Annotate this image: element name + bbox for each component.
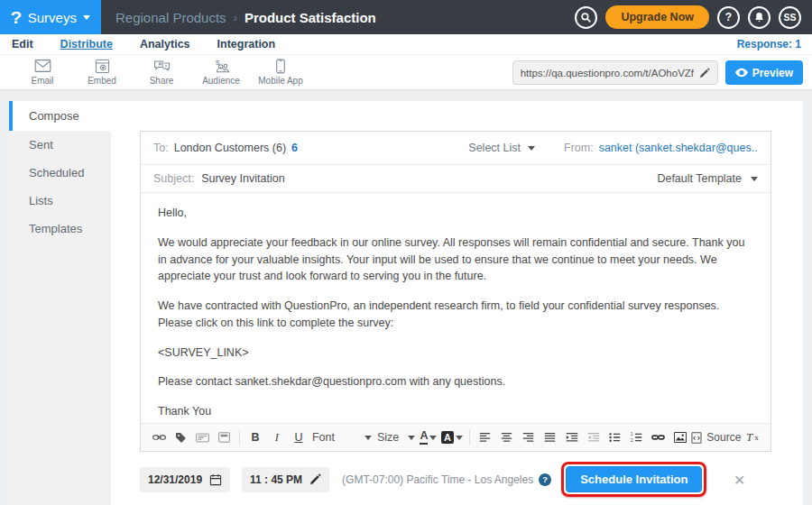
email-body-editor[interactable]: Hello, We would appreciate your feedback… — [141, 193, 770, 445]
merge-field-icon — [196, 433, 209, 443]
hyperlink-button[interactable] — [648, 427, 669, 448]
distribute-panel: Compose Sent Scheduled Lists Templates T… — [9, 101, 803, 505]
close-icon[interactable]: × — [734, 470, 744, 489]
size-dropdown[interactable]: Size — [374, 427, 418, 448]
schedule-time-field[interactable]: 11 : 45 PM — [242, 467, 329, 492]
insert-tag-button[interactable] — [170, 427, 191, 448]
remove-format-button[interactable]: Tx — [742, 427, 763, 448]
timezone-label: (GMT-07:00) Pacific Time - Los Angeles — [342, 473, 533, 486]
indent-increase-button[interactable] — [561, 427, 583, 448]
channel-label: Mobile App — [251, 76, 310, 86]
insert-link-button[interactable] — [148, 427, 170, 448]
body-paragraph: <SURVEY_LINK> — [158, 344, 753, 362]
help-button[interactable]: ? — [717, 6, 740, 29]
tab-edit[interactable]: Edit — [12, 38, 33, 50]
align-right-icon — [522, 432, 534, 443]
search-button[interactable] — [575, 6, 597, 29]
align-center-button[interactable] — [496, 427, 518, 448]
italic-button[interactable]: I — [266, 427, 288, 448]
formatting-toolbar: B I U Font Size A A — [141, 423, 770, 451]
tab-distribute[interactable]: Distribute — [60, 38, 113, 50]
timezone-help-icon[interactable]: ? — [539, 473, 551, 486]
to-count[interactable]: 6 — [291, 142, 298, 154]
email-icon — [13, 59, 72, 74]
numbered-list-button[interactable]: 12 — [626, 427, 648, 448]
font-label: Font — [312, 431, 335, 444]
channel-embed[interactable]: Embed — [72, 59, 132, 86]
to-value[interactable]: London Customers (6) — [174, 142, 286, 154]
indent-decrease-icon — [587, 432, 600, 443]
breadcrumb-parent[interactable]: Regional Products — [115, 10, 226, 25]
remove-format-x: x — [754, 433, 759, 442]
image-icon — [674, 432, 687, 443]
breadcrumb: Regional Products › Product Satisfaction — [115, 10, 376, 25]
audience-icon: $ — [191, 59, 251, 74]
bold-button[interactable]: B — [245, 427, 266, 448]
insert-image-button[interactable] — [669, 427, 691, 448]
channel-share[interactable]: Share — [132, 59, 191, 86]
schedule-invitation-button[interactable]: Schedule Invitation — [566, 466, 702, 492]
product-switcher[interactable]: ? Surveys — [0, 0, 101, 34]
annotation-highlight-ring: Schedule Invitation — [561, 462, 706, 497]
body-paragraph: Please contact sanket.shekdar@questionpr… — [158, 373, 753, 390]
sidebar-item-sent[interactable]: Sent — [9, 131, 111, 159]
source-label: Source — [706, 431, 741, 444]
tab-integration[interactable]: Integration — [217, 38, 276, 50]
edit-url-pencil-icon[interactable] — [699, 68, 710, 78]
source-button[interactable]: Source — [691, 427, 742, 448]
sidebar-item-lists[interactable]: Lists — [9, 187, 111, 215]
avatar-initials: SS — [783, 12, 796, 23]
eye-icon — [735, 68, 748, 78]
chevron-down-icon — [408, 436, 415, 440]
preview-button[interactable]: Preview — [725, 60, 803, 85]
font-dropdown[interactable]: Font — [309, 427, 374, 448]
channel-email[interactable]: Email — [13, 59, 72, 86]
subject-input[interactable]: Survey Invitation — [201, 172, 284, 185]
sidebar-item-templates[interactable]: Templates — [9, 215, 111, 243]
survey-url-group: https://qa.questionpro.com/t/AOhoVZfqml … — [512, 60, 803, 85]
bullet-list-button[interactable] — [604, 427, 626, 448]
from-value[interactable]: sanket (sanket.shekdar@ques... — [599, 142, 758, 154]
justify-button[interactable] — [540, 427, 561, 448]
survey-url: https://qa.questionpro.com/t/AOhoVZfqml — [521, 68, 694, 78]
source-icon — [691, 432, 702, 444]
numbered-list-icon: 12 — [631, 432, 642, 443]
question-icon: ? — [725, 11, 732, 23]
breadcrumb-separator: › — [234, 11, 237, 24]
toolbar-divider — [469, 429, 470, 445]
select-list-dropdown[interactable]: Select List — [468, 142, 535, 154]
bullet-list-icon — [609, 432, 621, 443]
preview-label: Preview — [752, 67, 793, 79]
schedule-date-value: 12/31/2019 — [148, 473, 202, 486]
button-icon — [218, 432, 230, 443]
insert-button-button[interactable] — [213, 427, 235, 448]
sidebar-item-compose[interactable]: Compose — [9, 101, 111, 131]
edit-time-pencil-icon[interactable] — [309, 473, 321, 485]
search-icon — [580, 12, 592, 23]
channel-toolbar: Email Embed Share $ Audience — [0, 54, 812, 90]
channel-mobile-app[interactable]: Mobile App — [251, 59, 310, 86]
schedule-date-field[interactable]: 12/31/2019 — [140, 467, 230, 492]
response-count[interactable]: Response: 1 — [737, 38, 801, 50]
align-left-icon — [479, 432, 491, 443]
channel-audience[interactable]: $ Audience — [191, 59, 251, 86]
chevron-down-icon — [751, 177, 758, 181]
underline-button[interactable]: U — [288, 427, 309, 448]
notifications-button[interactable] — [748, 6, 770, 29]
text-color-button[interactable]: A — [418, 427, 439, 448]
survey-nav: Edit Distribute Analytics Integration Re… — [0, 34, 812, 54]
sidebar-item-scheduled[interactable]: Scheduled — [9, 159, 111, 187]
tab-analytics[interactable]: Analytics — [140, 38, 190, 50]
upgrade-now-button[interactable]: Upgrade Now — [605, 5, 709, 29]
template-dropdown[interactable]: Default Template — [657, 172, 758, 185]
body-paragraph: Hello, — [158, 205, 753, 222]
bg-color-button[interactable]: A — [439, 427, 465, 448]
align-left-button[interactable] — [475, 427, 496, 448]
align-right-button[interactable] — [518, 427, 540, 448]
template-label: Default Template — [657, 172, 742, 185]
svg-text:2: 2 — [631, 438, 633, 443]
survey-url-field[interactable]: https://qa.questionpro.com/t/AOhoVZfqml — [512, 60, 718, 85]
merge-field-button[interactable] — [191, 427, 213, 448]
avatar[interactable]: SS — [779, 6, 801, 29]
indent-decrease-button[interactable] — [583, 427, 604, 448]
